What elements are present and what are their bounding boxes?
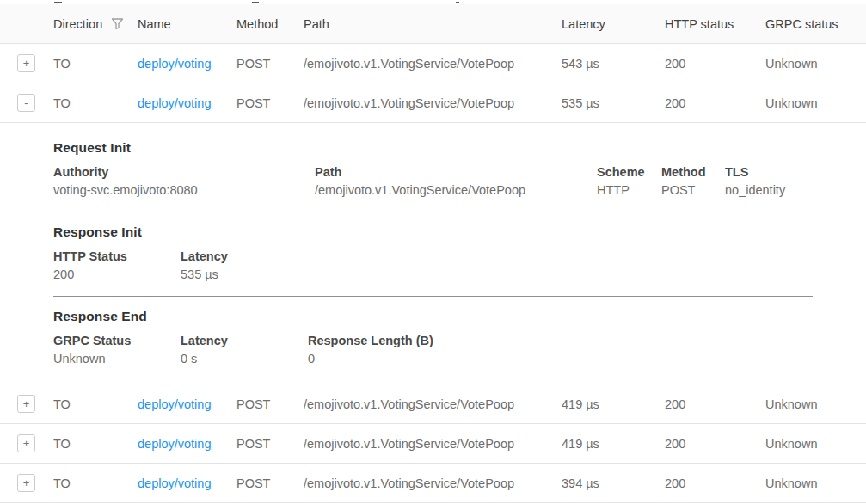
- http-status-value: 200: [53, 266, 181, 284]
- column-header-path: Path: [304, 17, 562, 31]
- cutoff-row-remnant: [0, 0, 866, 4]
- http-status-cell: 200: [665, 397, 765, 411]
- column-header-http-status: HTTP status: [665, 17, 765, 31]
- method-cell: POST: [236, 57, 304, 71]
- tap-table-header: Direction Name Method Path Latency HTTP …: [0, 4, 866, 44]
- latency-cell: 394 µs: [562, 476, 665, 490]
- resource-link[interactable]: deploy/voting: [138, 57, 211, 71]
- scheme-value: HTTP: [597, 181, 661, 200]
- grpc-status-cell: Unknown: [765, 397, 866, 411]
- latency-value: 0 s: [181, 350, 308, 368]
- column-header-direction: Direction: [53, 17, 138, 31]
- tls-label: TLS: [725, 163, 813, 181]
- expand-toggle-button[interactable]: +: [17, 434, 35, 452]
- path-cell: /emojivoto.v1.VotingService/VotePoop: [304, 57, 562, 71]
- column-header-name: Name: [138, 17, 236, 31]
- http-status-cell: 200: [665, 476, 765, 490]
- column-header-method: Method: [236, 17, 304, 31]
- collapse-toggle-button[interactable]: -: [17, 94, 35, 112]
- response-init-fields: HTTP Status Latency 200 535 µs: [53, 248, 813, 284]
- direction-cell: TO: [53, 437, 138, 451]
- latency-cell: 543 µs: [562, 57, 665, 71]
- method-label: Method: [661, 163, 725, 181]
- method-value: POST: [661, 181, 725, 200]
- section-divider: [53, 296, 813, 297]
- path-label: Path: [315, 163, 597, 181]
- resource-link[interactable]: deploy/voting: [138, 437, 211, 451]
- path-cell: /emojivoto.v1.VotingService/VotePoop: [304, 476, 562, 490]
- method-cell: POST: [236, 397, 304, 411]
- cutoff-text-fragment: [456, 2, 459, 3]
- path-cell: /emojivoto.v1.VotingService/VotePoop: [304, 397, 562, 411]
- direction-filter-icon[interactable]: [111, 17, 124, 30]
- direction-cell: TO: [53, 96, 138, 110]
- method-cell: POST: [236, 476, 304, 490]
- expand-toggle-button[interactable]: +: [17, 54, 35, 72]
- response-end-fields: GRPC Status Latency Response Length (B) …: [53, 332, 813, 368]
- response-length-value: 0: [308, 350, 813, 368]
- request-init-fields: Authority Path Scheme Method TLS voting-…: [53, 163, 813, 200]
- direction-cell: TO: [53, 397, 138, 411]
- resource-link[interactable]: deploy/voting: [138, 397, 211, 411]
- http-status-cell: 200: [665, 437, 765, 451]
- path-cell: /emojivoto.v1.VotingService/VotePoop: [304, 96, 562, 110]
- grpc-status-value: Unknown: [53, 350, 181, 368]
- latency-value: 535 µs: [181, 266, 813, 284]
- latency-cell: 535 µs: [562, 96, 665, 110]
- latency-label: Latency: [181, 332, 308, 350]
- scheme-label: Scheme: [597, 163, 661, 181]
- grpc-status-cell: Unknown: [765, 437, 866, 451]
- direction-cell: TO: [53, 57, 138, 71]
- authority-label: Authority: [53, 163, 315, 181]
- table-row: + TO deploy/voting POST /emojivoto.v1.Vo…: [0, 384, 866, 424]
- method-cell: POST: [236, 437, 304, 451]
- column-header-latency: Latency: [562, 17, 665, 31]
- column-header-grpc-status: GRPC status: [765, 17, 866, 31]
- latency-label: Latency: [181, 248, 813, 266]
- grpc-status-cell: Unknown: [765, 476, 866, 490]
- http-status-cell: 200: [665, 96, 765, 110]
- request-init-title: Request Init: [53, 140, 813, 156]
- section-divider: [53, 212, 813, 212]
- grpc-status-label: GRPC Status: [53, 332, 181, 350]
- grpc-status-cell: Unknown: [765, 96, 866, 110]
- expand-toggle-button[interactable]: +: [17, 395, 35, 413]
- authority-value: voting-svc.emojivoto:8080: [53, 181, 315, 200]
- tls-value: no_identity: [725, 181, 813, 200]
- grpc-status-cell: Unknown: [765, 57, 866, 71]
- latency-cell: 419 µs: [562, 437, 665, 451]
- response-init-title: Response Init: [53, 224, 813, 240]
- cutoff-text-fragment: [252, 2, 259, 3]
- http-status-label: HTTP Status: [53, 248, 181, 266]
- direction-cell: TO: [53, 476, 138, 490]
- path-cell: /emojivoto.v1.VotingService/VotePoop: [304, 437, 562, 451]
- request-detail-panel: Request Init Authority Path Scheme Metho…: [0, 123, 866, 384]
- latency-cell: 419 µs: [562, 397, 665, 411]
- resource-link[interactable]: deploy/voting: [138, 476, 211, 490]
- response-length-label: Response Length (B): [308, 332, 813, 350]
- cutoff-text-fragment: [54, 2, 62, 3]
- table-row: + TO deploy/voting POST /emojivoto.v1.Vo…: [0, 44, 866, 83]
- path-value: /emojivoto.v1.VotingService/VotePoop: [315, 181, 597, 200]
- method-cell: POST: [236, 96, 304, 110]
- resource-link[interactable]: deploy/voting: [138, 96, 211, 110]
- http-status-cell: 200: [665, 57, 765, 71]
- table-row: + TO deploy/voting POST /emojivoto.v1.Vo…: [0, 424, 866, 464]
- expand-toggle-button[interactable]: +: [17, 474, 35, 492]
- column-header-direction-label: Direction: [53, 17, 102, 31]
- table-row-expanded: - TO deploy/voting POST /emojivoto.v1.Vo…: [0, 83, 866, 123]
- response-end-title: Response End: [53, 309, 813, 324]
- table-row: + TO deploy/voting POST /emojivoto.v1.Vo…: [0, 464, 866, 503]
